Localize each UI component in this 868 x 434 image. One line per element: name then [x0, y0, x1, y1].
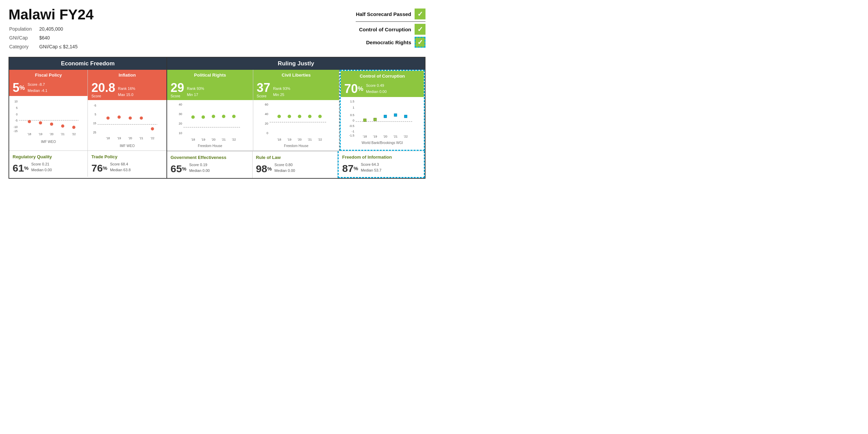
svg-text:'18: '18 — [363, 135, 367, 138]
svg-text:'18: '18 — [106, 136, 110, 140]
half-scorecard-check: ✓ — [415, 9, 425, 19]
inflation-score-label: Score — [91, 94, 101, 98]
svg-text:'18: '18 — [191, 138, 195, 141]
scorecard-block: Half Scorecard Passed ✓ Control of Corru… — [356, 7, 425, 48]
corruption-check: ✓ — [415, 24, 425, 35]
svg-text:40: 40 — [179, 103, 182, 106]
civil-liberties-source: Freedom House — [256, 144, 336, 148]
ruling-justly-header: Ruling Justly — [167, 58, 425, 70]
svg-text:'18: '18 — [28, 132, 31, 136]
rule-of-law-details: Score 0.80 Median 0.00 — [274, 162, 295, 174]
economic-indicators-row: Fiscal Policy 5% Score -8.7 Median -4.1 … — [9, 70, 166, 151]
svg-point-54 — [298, 115, 301, 118]
svg-point-37 — [191, 115, 195, 119]
control-corruption-source: World Bank/Brookings WGI — [343, 141, 421, 145]
svg-rect-72 — [384, 115, 387, 118]
svg-rect-73 — [394, 114, 397, 116]
svg-text:25: 25 — [93, 130, 97, 134]
civil-liberties-big: 37 — [257, 82, 270, 94]
regulatory-big: 61% — [13, 163, 29, 173]
svg-text:'20: '20 — [211, 138, 215, 141]
ruling-justly-section: Ruling Justly Political Rights 29 Score — [167, 58, 425, 178]
gni-label: GNI/Cap — [9, 34, 38, 42]
political-rights-source: Freedom House — [170, 144, 250, 148]
civil-liberties-panel: Civil Liberties 37 Score Rank 93% Min 25 — [253, 70, 339, 150]
svg-text:-10: -10 — [14, 125, 18, 128]
svg-text:'19: '19 — [117, 136, 121, 140]
svg-point-55 — [308, 115, 311, 118]
inflation-details: Rank 16% Max 15.0 — [118, 86, 135, 98]
svg-text:60: 60 — [265, 103, 268, 106]
economic-freedom-section: Economic Freedom Fiscal Policy 5% Score … — [9, 58, 167, 178]
freedom-info-panel: Freedom of Information 87% Score 64.3 Me… — [338, 151, 425, 178]
svg-point-41 — [232, 115, 236, 118]
svg-text:'21: '21 — [140, 136, 143, 140]
svg-point-24 — [129, 116, 132, 119]
main-grid: Economic Freedom Fiscal Policy 5% Score … — [9, 57, 425, 179]
regulatory-score-row: 61% Score 0.21 Median 0.00 — [13, 161, 84, 173]
svg-point-9 — [50, 123, 53, 126]
control-corruption-score-area: 70% Score 0.49 Median 0.00 — [341, 81, 424, 97]
half-scorecard-row: Half Scorecard Passed ✓ — [356, 9, 425, 19]
svg-point-52 — [277, 115, 281, 118]
svg-text:5: 5 — [16, 106, 18, 109]
political-rights-label: Score — [171, 94, 180, 98]
svg-text:0.5: 0.5 — [350, 113, 355, 117]
header: Malawi FY24 Population 20,405,000 GNI/Ca… — [9, 7, 425, 52]
svg-point-7 — [28, 120, 31, 123]
ruling-main-panels: Political Rights 29 Score Rank 93% Min 1… — [167, 70, 340, 151]
control-corruption-big: 70% — [344, 83, 363, 95]
ruling-top-row: Political Rights 29 Score Rank 93% Min 1… — [167, 70, 425, 151]
svg-text:'22: '22 — [151, 136, 155, 140]
svg-point-26 — [151, 127, 154, 130]
control-corruption-panel: Control of Corruption 70% Score 0.49 Med… — [340, 70, 425, 151]
svg-text:10: 10 — [14, 100, 18, 103]
svg-text:'19: '19 — [38, 132, 42, 136]
inflation-big: 20.8 — [91, 82, 115, 94]
svg-point-39 — [212, 115, 215, 118]
gov-effectiveness-score-row: 65% Score 0.19 Median 0.00 — [171, 162, 249, 174]
svg-text:40: 40 — [265, 112, 268, 116]
rule-of-law-panel: Rule of Law 98% Score 0.80 Median 0.00 — [253, 151, 338, 178]
corruption-label: Control of Corruption — [359, 27, 411, 32]
population-label: Population — [9, 25, 38, 33]
svg-point-40 — [222, 115, 225, 118]
fiscal-policy-details: Score -8.7 Median -4.1 — [28, 82, 47, 94]
svg-text:-1.5: -1.5 — [349, 134, 355, 137]
svg-point-23 — [118, 115, 121, 118]
svg-text:'21: '21 — [393, 135, 398, 138]
svg-point-11 — [72, 126, 75, 129]
svg-text:-5: -5 — [15, 119, 18, 122]
svg-text:-5: -5 — [94, 104, 97, 107]
civil-liberties-details: Rank 93% Min 25 — [273, 86, 290, 98]
svg-text:'20: '20 — [298, 138, 302, 141]
meta-table: Population 20,405,000 GNI/Cap $640 Categ… — [9, 25, 78, 51]
svg-text:'19: '19 — [201, 138, 205, 141]
svg-text:'22: '22 — [404, 135, 408, 138]
svg-text:'21: '21 — [61, 132, 65, 136]
page-title: Malawi FY24 — [9, 7, 94, 22]
political-rights-panel: Political Rights 29 Score Rank 93% Min 1… — [167, 70, 253, 150]
gov-effectiveness-title: Government Effectiveness — [171, 155, 249, 160]
svg-text:-0.5: -0.5 — [349, 124, 355, 128]
fiscal-policy-big: 5% — [13, 82, 25, 94]
svg-point-53 — [288, 115, 291, 118]
svg-text:'20: '20 — [50, 132, 53, 136]
trade-panel: Trade Policy 76% Score 68.4 Median 63.8 — [88, 151, 166, 177]
rule-of-law-big: 98% — [256, 164, 272, 174]
svg-text:20: 20 — [179, 122, 182, 125]
fiscal-policy-header: Fiscal Policy — [9, 70, 87, 80]
svg-text:'22: '22 — [318, 138, 322, 141]
svg-rect-71 — [374, 118, 376, 121]
category-value: GNI/Cap ≤ $2,145 — [39, 43, 78, 51]
svg-text:'21: '21 — [308, 138, 312, 141]
civil-liberties-chart: 60 40 20 0 — [253, 100, 339, 150]
svg-text:'22: '22 — [232, 138, 236, 141]
rule-of-law-score-row: 98% Score 0.80 Median 0.00 — [256, 162, 334, 174]
trade-details: Score 68.4 Median 63.8 — [110, 161, 131, 173]
freedom-info-big: 87% — [342, 163, 358, 174]
svg-text:1.5: 1.5 — [350, 100, 355, 103]
svg-point-22 — [107, 116, 110, 119]
gni-value: $640 — [39, 34, 78, 42]
democratic-check: ✓ — [415, 37, 425, 48]
